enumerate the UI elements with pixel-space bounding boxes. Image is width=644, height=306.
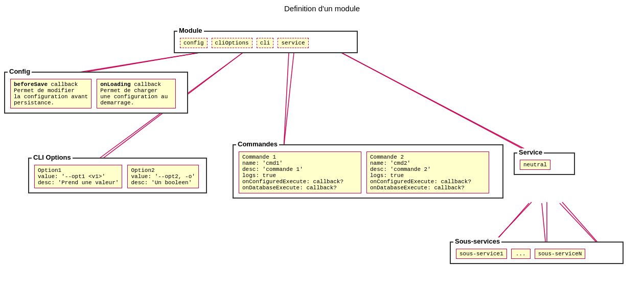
module-service-connector: service: [278, 38, 308, 48]
commande2-box: Commande 2 name: 'cmd2' desc: 'commande …: [366, 151, 489, 193]
module-cli-connector: cli: [257, 38, 274, 48]
service-title: Service: [517, 148, 544, 156]
sous-serviceN-box: sous-serviceN: [535, 249, 586, 259]
option2-box: Option2 value: '--opt2, -o' desc: 'Un bo…: [127, 165, 199, 188]
module-title: Module: [177, 27, 204, 34]
service-neutral-box: neutral: [520, 160, 550, 170]
svg-line-9: [562, 202, 601, 246]
svg-line-2: [284, 53, 294, 148]
option1-box: Option1 value: '--opt1 <v1>' desc: 'Pren…: [34, 165, 122, 188]
sous-service-dots-box: ...: [511, 249, 531, 259]
service-box: Service neutral: [514, 152, 575, 175]
config-beforesave-box: beforeSave callback Permet de modifier l…: [10, 79, 91, 108]
svg-line-3: [341, 53, 532, 154]
sous-services-box: Sous-services sous-service1 ... sous-ser…: [450, 242, 624, 264]
diagram-container: Definition d'un module: [0, 0, 644, 306]
cli-options-box: CLI Options Option1 value: '--opt1 <v1>'…: [28, 158, 207, 193]
config-title: Config: [8, 68, 32, 75]
sous-service1-box: sous-service1: [456, 249, 507, 259]
sous-services-title: Sous-services: [453, 237, 501, 245]
config-onloading-box: onLoading callback Permet de charger une…: [97, 79, 176, 108]
module-box: Module config cliOptions cli service: [174, 31, 358, 53]
commande1-box: Commande 1 name: 'cmd1' desc: 'commande …: [239, 151, 361, 193]
module-config-connector: config: [180, 38, 208, 48]
commandes-box: Commandes Commande 1 name: 'cmd1' desc: …: [233, 144, 503, 199]
config-box: Config beforeSave callback Permet de mod…: [4, 72, 188, 114]
module-clioptions-connector: cliOptions: [212, 38, 252, 48]
page-title: Definition d'un module: [0, 0, 644, 13]
commandes-title: Commandes: [236, 140, 279, 148]
cli-options-title: CLI Options: [32, 154, 73, 161]
